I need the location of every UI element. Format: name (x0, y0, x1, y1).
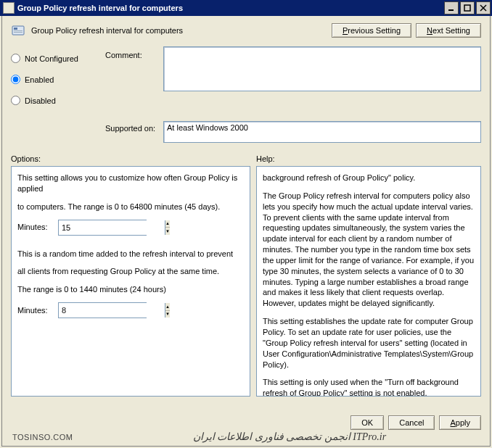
options-text: to computers. The range is 0 to 64800 mi… (17, 202, 244, 212)
window-icon (3, 2, 15, 14)
policy-icon (11, 23, 25, 38)
options-heading: Options: (11, 154, 41, 163)
not-configured-label: Not Configured (25, 54, 78, 63)
previous-setting-button[interactable]: Previous Setting (332, 23, 411, 38)
minutes1-label: Minutes: (17, 222, 58, 233)
svg-rect-6 (14, 30, 22, 31)
watermark-right: انجمن تخصصی فناوری اطلاعات ایران ITPro.i… (89, 431, 490, 443)
comment-textarea[interactable] (163, 46, 481, 91)
help-panel[interactable]: background refresh of Group Policy" poli… (256, 166, 481, 397)
maximize-button[interactable] (460, 1, 475, 14)
client-area: Group Policy refresh interval for comput… (1, 16, 491, 447)
watermark-left: TOSINSO.COM (12, 433, 73, 441)
window-title: Group Policy refresh interval for comput… (17, 4, 444, 12)
help-text: This setting establishes the update rate… (263, 316, 475, 370)
cancel-button[interactable]: Cancel (388, 415, 435, 430)
ok-button[interactable]: OK (350, 415, 384, 430)
minutes2-input[interactable] (59, 303, 165, 318)
state-radios: Not Configured Enabled Disabled (11, 46, 105, 117)
help-heading: Help: (256, 154, 275, 163)
comment-label: Comment: (105, 51, 142, 59)
svg-rect-1 (464, 5, 470, 11)
header-row: Group Policy refresh interval for comput… (2, 16, 490, 43)
help-text: The Group Policy refresh interval for co… (263, 191, 475, 309)
minutes1-input[interactable] (59, 220, 165, 235)
panels: This setting allows you to customize how… (2, 166, 490, 397)
options-text: This is a random time added to the refre… (17, 249, 244, 260)
minutes1-down-icon[interactable]: ▼ (165, 228, 170, 235)
apply-button[interactable]: Apply (439, 415, 481, 430)
svg-rect-5 (14, 28, 17, 30)
close-button[interactable] (476, 1, 491, 14)
options-panel: This setting allows you to customize how… (11, 166, 250, 397)
not-configured-radio[interactable] (11, 54, 20, 63)
svg-rect-7 (14, 32, 22, 33)
supported-row: Supported on: At least Windows 2000 (2, 117, 490, 150)
minutes2-spinner[interactable]: ▲ ▼ (58, 302, 147, 318)
options-text: This setting allows you to customize how… (17, 173, 244, 194)
svg-rect-0 (448, 9, 454, 11)
supported-on-value: At least Windows 2000 (167, 123, 248, 132)
supported-on-box: At least Windows 2000 (163, 121, 481, 143)
window-controls (444, 1, 491, 14)
options-text: The range is 0 to 1440 minutes (24 hours… (17, 284, 244, 295)
minutes1-spinner[interactable]: ▲ ▼ (58, 220, 147, 236)
supported-label: Supported on: (11, 124, 155, 133)
options-text: all clients from requesting Group Policy… (17, 266, 244, 277)
minutes2-label: Minutes: (17, 305, 58, 316)
titlebar: Group Policy refresh interval for comput… (0, 0, 492, 16)
panels-header: Options: Help: (2, 150, 490, 166)
minutes2-up-icon[interactable]: ▲ (165, 303, 170, 311)
enabled-label: Enabled (25, 75, 54, 84)
help-text: background refresh of Group Policy" poli… (263, 173, 475, 183)
minutes1-up-icon[interactable]: ▲ (165, 220, 170, 228)
enabled-radio[interactable] (11, 75, 20, 84)
help-text: This setting is only used when the "Turn… (263, 377, 475, 397)
minimize-button[interactable] (444, 1, 459, 14)
policy-name: Group Policy refresh interval for comput… (31, 26, 183, 35)
minutes2-down-icon[interactable]: ▼ (165, 311, 170, 318)
disabled-radio[interactable] (11, 96, 20, 105)
config-row: Not Configured Enabled Disabled Comment: (2, 43, 490, 117)
disabled-label: Disabled (25, 96, 56, 105)
dialog-buttons: OK Cancel Apply (346, 415, 481, 430)
next-setting-button[interactable]: Next Setting (416, 23, 481, 38)
